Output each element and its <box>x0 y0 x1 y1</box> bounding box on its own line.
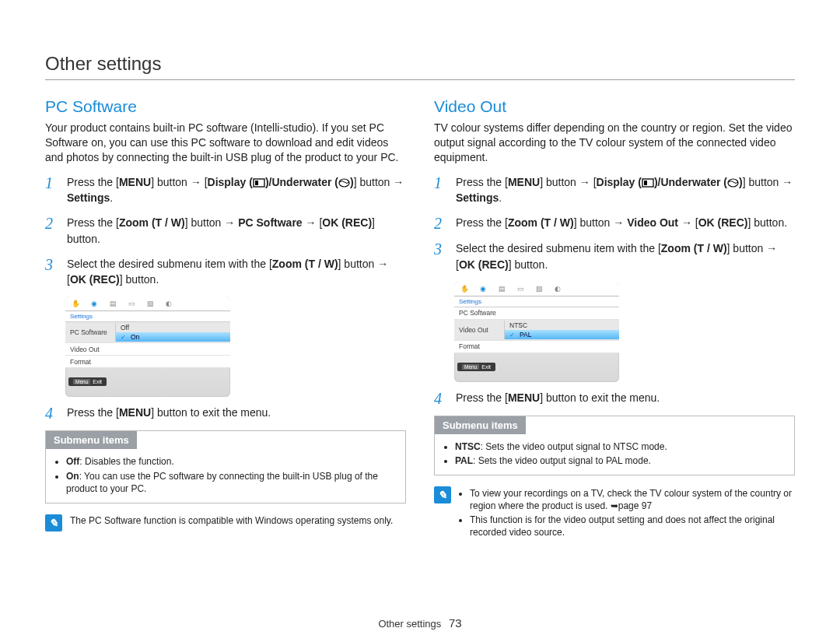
globe-icon: ◉ <box>89 299 100 308</box>
video-out-intro: TV colour systems differ depending on th… <box>434 121 795 165</box>
video-out-steps: 1 Press the [MENU] button → [Display ()/… <box>434 174 795 272</box>
film-icon: ▤ <box>107 299 118 308</box>
submenu-items-box: Submenu items Off: Disables the function… <box>45 430 406 503</box>
step-number: 1 <box>45 174 56 191</box>
menu-row: Format <box>65 356 230 368</box>
submenu-item: PAL: Sets the video output signal to PAL… <box>455 454 783 467</box>
menu-option-selected: PAL <box>504 330 619 339</box>
picture-icon: ▧ <box>534 284 544 293</box>
menu-row: Video Out <box>65 343 230 356</box>
step: 2 Press the [Zoom (T / W)] button → Vide… <box>434 215 795 231</box>
submenu-items-box: Submenu items NTSC: Sets the video outpu… <box>434 416 795 475</box>
menu-tabbar: ✋ ◉ ▤ ▭ ▧ ◐ <box>454 282 619 296</box>
footer-label: Other settings <box>378 618 441 630</box>
submenu-header: Submenu items <box>435 416 526 434</box>
svg-rect-1 <box>255 181 258 185</box>
display-icon: ▭ <box>126 299 137 308</box>
pc-software-steps: 1 Press the [MENU] button → [Display ()/… <box>45 174 406 288</box>
underwater-icon <box>727 177 739 188</box>
globe-icon: ◉ <box>478 284 488 293</box>
picture-icon: ▧ <box>145 299 156 308</box>
col-video-out: Video Out TV colour systems differ depen… <box>434 89 795 539</box>
pc-software-steps-cont: 4 Press the [MENU] button to exit the me… <box>45 405 406 421</box>
menu-row: PC Software <box>454 307 619 320</box>
submenu-item: Off: Disables the function. <box>66 455 394 468</box>
page-title: Other settings <box>45 53 795 75</box>
step-body: Press the [Zoom (T / W)] button → PC Sof… <box>67 215 406 247</box>
menu-breadcrumb: Settings <box>454 296 619 307</box>
step-number: 2 <box>434 215 445 231</box>
step: 4 Press the [MENU] button to exit the me… <box>434 390 795 406</box>
underwater-icon: ◐ <box>552 284 563 293</box>
note: ✎ The PC Software function is compatible… <box>45 514 406 531</box>
menu-row: Video Out NTSC PAL <box>454 320 619 341</box>
hand-icon: ✋ <box>70 299 81 308</box>
info-icon: ✎ <box>45 514 62 531</box>
display-icon <box>642 178 654 188</box>
menu-breadcrumb: Settings <box>65 311 230 322</box>
step-body: Press the [MENU] button to exit the menu… <box>456 390 795 405</box>
step: 1 Press the [MENU] button → [Display ()/… <box>434 174 795 206</box>
menu-screenshot-video-out: ✋ ◉ ▤ ▭ ▧ ◐ Settings PC Software Video O… <box>454 282 619 382</box>
hand-icon: ✋ <box>459 284 470 293</box>
col-pc-software: PC Software Your product contains built-… <box>45 89 406 539</box>
underwater-icon: ◐ <box>163 299 174 308</box>
section-title-pc-software: PC Software <box>45 97 406 116</box>
menu-screenshot-pc-software: ✋ ◉ ▤ ▭ ▧ ◐ Settings PC Software Off On … <box>65 296 230 397</box>
note-text: The PC Software function is compatible w… <box>70 514 393 531</box>
step-body: Press the [MENU] button to exit the menu… <box>67 405 406 420</box>
page-footer: Other settings 73 <box>0 616 840 630</box>
note-item: This function is for the video output se… <box>470 514 795 539</box>
display-icon <box>253 178 265 188</box>
submenu-header: Submenu items <box>46 431 137 449</box>
display-icon: ▭ <box>515 284 526 293</box>
note-list: To view your recordings on a TV, check t… <box>470 486 795 539</box>
step-number: 3 <box>45 256 56 272</box>
page-number: 73 <box>449 616 462 630</box>
step-number: 1 <box>434 174 445 191</box>
menu-footer: MenuExit <box>68 377 107 386</box>
step-body: Press the [Zoom (T / W)] button → Video … <box>456 215 795 230</box>
step-body: Press the [MENU] button → [Display ()/Un… <box>456 174 795 206</box>
submenu-item: NTSC: Sets the video output signal to NT… <box>455 440 783 453</box>
step: 2 Press the [Zoom (T / W)] button → PC S… <box>45 215 406 247</box>
menu-row: Format <box>454 341 619 353</box>
info-icon: ✎ <box>434 486 451 503</box>
step-body: Select the desired submenu item with the… <box>67 256 406 288</box>
menu-option: Off <box>115 323 230 332</box>
submenu-item: On: You can use the PC software by conne… <box>66 470 394 495</box>
submenu-list: Off: Disables the function. On: You can … <box>66 455 394 495</box>
video-out-steps-cont: 4 Press the [MENU] button to exit the me… <box>434 390 795 406</box>
step: 3 Select the desired submenu item with t… <box>45 256 406 288</box>
menu-option-selected: On <box>115 332 230 342</box>
menu-row: PC Software Off On <box>65 322 230 343</box>
submenu-list: NTSC: Sets the video output signal to NT… <box>455 440 783 467</box>
step: 3 Select the desired submenu item with t… <box>434 240 795 272</box>
step-number: 2 <box>45 215 56 231</box>
underwater-icon <box>338 177 350 188</box>
title-divider <box>45 79 795 80</box>
step-number: 4 <box>45 405 56 421</box>
step: 4 Press the [MENU] button to exit the me… <box>45 405 406 421</box>
note-item: To view your recordings on a TV, check t… <box>470 487 795 512</box>
pc-software-intro: Your product contains built-in PC softwa… <box>45 121 406 165</box>
menu-footer: MenuExit <box>457 363 495 371</box>
menu-tabbar: ✋ ◉ ▤ ▭ ▧ ◐ <box>65 296 230 311</box>
step-body: Select the desired submenu item with the… <box>456 240 795 272</box>
step-number: 4 <box>434 390 445 406</box>
menu-option: NTSC <box>504 321 619 330</box>
svg-rect-4 <box>644 181 647 185</box>
film-icon: ▤ <box>496 284 507 293</box>
step-number: 3 <box>434 240 445 257</box>
step-body: Press the [MENU] button → [Display ()/Un… <box>67 174 406 206</box>
note: ✎ To view your recordings on a TV, check… <box>434 486 795 539</box>
step: 1 Press the [MENU] button → [Display ()/… <box>45 174 406 206</box>
section-title-video-out: Video Out <box>434 97 795 116</box>
